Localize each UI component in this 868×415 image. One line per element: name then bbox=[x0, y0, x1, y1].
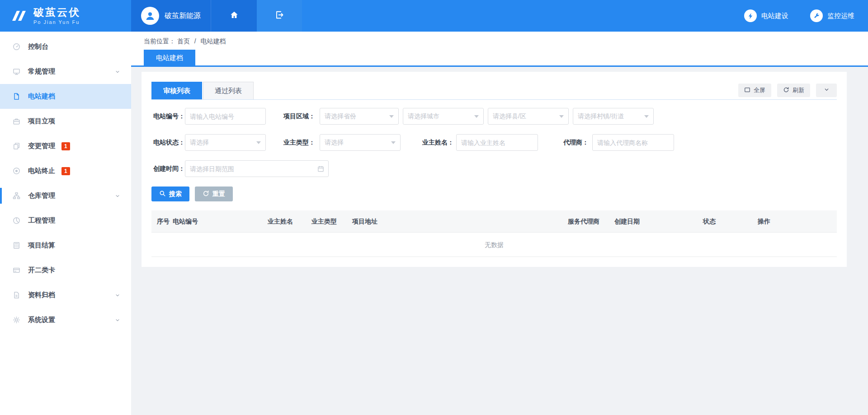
county-select[interactable]: 请选择县/区 bbox=[488, 108, 569, 125]
copy-icon bbox=[13, 142, 22, 150]
app: 破茧云伏 Po Jian Yun Fu 破茧新能源 bbox=[0, 0, 868, 415]
caret-down-icon bbox=[256, 141, 261, 144]
chevron-down-icon bbox=[824, 87, 830, 94]
brand[interactable]: 破茧云伏 Po Jian Yun Fu bbox=[0, 0, 131, 32]
reset-label: 重置 bbox=[212, 190, 225, 198]
col-create-date: 创建日期 bbox=[614, 210, 640, 233]
select-placeholder: 请选择 bbox=[190, 139, 209, 147]
col-service-agent: 服务代理商 bbox=[568, 210, 599, 233]
chevron-down-icon bbox=[115, 69, 120, 75]
breadcrumb-prefix: 当前位置： bbox=[144, 37, 175, 45]
city-select[interactable]: 请选择城市 bbox=[403, 108, 484, 125]
province-select[interactable]: 请选择省份 bbox=[320, 108, 399, 125]
select-placeholder: 请选择省份 bbox=[325, 112, 356, 121]
sidebar-item-label: 系统设置 bbox=[28, 316, 55, 324]
briefcase-icon bbox=[13, 117, 22, 125]
nav-station-construction[interactable]: 电站建设 bbox=[744, 9, 788, 22]
breadcrumb-home-link[interactable]: 首页 bbox=[177, 37, 190, 45]
monitor-icon bbox=[13, 68, 22, 75]
home-icon bbox=[230, 10, 239, 21]
col-actions: 操作 bbox=[758, 210, 770, 233]
select-placeholder: 请选择村镇/街道 bbox=[578, 112, 624, 121]
logout-icon bbox=[275, 10, 284, 21]
gear-icon bbox=[13, 316, 22, 324]
panel-card: 审核列表 通过列表 全屏 刷新 bbox=[142, 72, 847, 267]
archive-file-icon bbox=[13, 291, 22, 299]
col-owner-type: 业主类型 bbox=[311, 210, 337, 233]
collapse-filters-button[interactable] bbox=[816, 84, 837, 97]
caret-down-icon bbox=[559, 115, 564, 118]
header-spacer bbox=[302, 0, 744, 32]
sidebar-item-data-archiving[interactable]: 资料归档 bbox=[0, 283, 131, 308]
station-status-select[interactable]: 请选择 bbox=[185, 134, 266, 151]
sidebar-item-label: 工程管理 bbox=[28, 216, 55, 225]
station-code-input[interactable] bbox=[185, 108, 266, 125]
date-range-input[interactable] bbox=[185, 160, 329, 177]
user-menu[interactable]: 破茧新能源 bbox=[131, 0, 211, 32]
tab-passed-list[interactable]: 通过列表 bbox=[203, 82, 254, 99]
sidebar-item-general-management[interactable]: 常规管理 bbox=[0, 59, 131, 84]
file-icon bbox=[13, 93, 22, 100]
sidebar-item-station-termination[interactable]: 电站终止 1 bbox=[0, 159, 131, 183]
fullscreen-label: 全屏 bbox=[754, 86, 765, 94]
sidebar-item-label: 项目结算 bbox=[28, 241, 55, 250]
sidebar-item-system-settings[interactable]: 系统设置 bbox=[0, 308, 131, 332]
search-icon bbox=[159, 190, 166, 198]
tab-review-list[interactable]: 审核列表 bbox=[151, 82, 202, 99]
sidebar-item-warehouse-management[interactable]: 仓库管理 bbox=[0, 183, 131, 208]
sidebar-item-label: 电站终止 bbox=[28, 167, 55, 175]
caret-down-icon bbox=[391, 141, 396, 144]
sidebar-item-change-management[interactable]: 变更管理 1 bbox=[0, 134, 131, 159]
village-select[interactable]: 请选择村镇/街道 bbox=[573, 108, 654, 125]
col-status: 状态 bbox=[703, 210, 716, 233]
sidebar-item-project-initiation[interactable]: 项目立项 bbox=[0, 109, 131, 134]
sidebar-item-label: 常规管理 bbox=[28, 67, 55, 76]
filter-form: 电站编号： 项目区域： 请选择省份 请选择城市 请选择县/区 bbox=[151, 108, 837, 177]
logout-button[interactable] bbox=[257, 0, 302, 32]
pie-chart-icon bbox=[13, 217, 22, 224]
filter-row: 电站状态： 请选择 业主类型： 请选择 业主姓名： 代理商： bbox=[151, 134, 837, 151]
select-placeholder: 请选择城市 bbox=[408, 112, 439, 121]
owner-type-select[interactable]: 请选择 bbox=[320, 134, 401, 151]
card-icon bbox=[13, 266, 22, 274]
filter-label: 电站编号： bbox=[151, 112, 185, 121]
main-content: 当前位置： 首页 / 电站建档 电站建档 审核列表 通过列表 全屏 bbox=[131, 32, 868, 415]
chevron-down-icon bbox=[115, 317, 120, 323]
sidebar-item-label: 开二类卡 bbox=[28, 266, 55, 275]
brand-text: 破茧云伏 Po Jian Yun Fu bbox=[33, 7, 80, 24]
reset-button[interactable]: 重置 bbox=[195, 187, 233, 201]
user-strip: 破茧新能源 bbox=[131, 0, 302, 32]
search-button[interactable]: 搜索 bbox=[151, 187, 189, 201]
breadcrumb-current: 电站建档 bbox=[201, 37, 226, 45]
date-range-picker[interactable] bbox=[185, 160, 329, 177]
search-label: 搜索 bbox=[169, 190, 182, 198]
wrench-icon bbox=[810, 9, 823, 22]
select-placeholder: 请选择 bbox=[325, 139, 344, 147]
col-index: 序号 bbox=[157, 210, 170, 233]
sidebar-item-console[interactable]: 控制台 bbox=[0, 34, 131, 59]
page-tab-station-filing[interactable]: 电站建档 bbox=[144, 50, 195, 65]
agent-name-input[interactable] bbox=[592, 134, 674, 151]
table-empty-state: 无数据 bbox=[151, 233, 837, 257]
refresh-button[interactable]: 刷新 bbox=[777, 84, 810, 97]
brand-subtitle: Po Jian Yun Fu bbox=[33, 19, 80, 25]
caret-down-icon bbox=[474, 115, 479, 118]
change-management-badge: 1 bbox=[61, 142, 70, 150]
col-station-code: 电站编号 bbox=[173, 210, 198, 233]
fullscreen-button[interactable]: 全屏 bbox=[738, 84, 771, 97]
filter-row: 电站编号： 项目区域： 请选择省份 请选择城市 请选择县/区 bbox=[151, 108, 837, 125]
header-nav: 电站建设 监控运维 bbox=[744, 0, 868, 32]
owner-name-input[interactable] bbox=[456, 134, 538, 151]
calendar-icon bbox=[317, 165, 324, 172]
topbar: 当前位置： 首页 / 电站建档 电站建档 bbox=[131, 32, 868, 67]
sidebar-item-engineering-management[interactable]: 工程管理 bbox=[0, 208, 131, 233]
home-button[interactable] bbox=[211, 0, 257, 32]
user-name: 破茧新能源 bbox=[165, 11, 201, 21]
nav-label: 监控运维 bbox=[827, 12, 854, 20]
sidebar-item-second-type-card[interactable]: 开二类卡 bbox=[0, 258, 131, 283]
nav-monitoring-ops[interactable]: 监控运维 bbox=[810, 9, 854, 22]
sidebar-item-project-settlement[interactable]: 项目结算 bbox=[0, 233, 131, 258]
sidebar-item-label: 仓库管理 bbox=[28, 191, 55, 200]
sidebar-item-label: 电站建档 bbox=[28, 92, 55, 101]
sidebar-item-station-filing[interactable]: 电站建档 bbox=[0, 84, 131, 109]
